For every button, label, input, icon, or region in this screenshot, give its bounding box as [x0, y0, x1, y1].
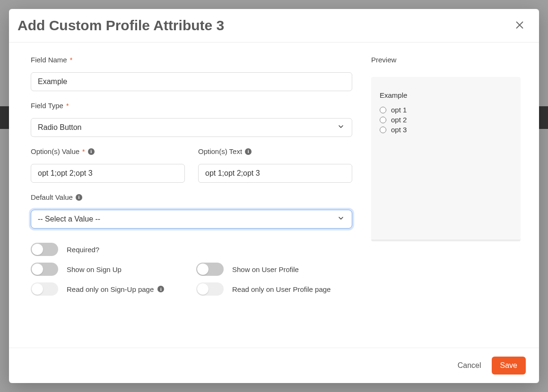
required-toggle[interactable]: [31, 243, 58, 256]
close-icon[interactable]: [514, 20, 526, 31]
show-profile-toggle[interactable]: [196, 263, 224, 276]
field-name-label: Field Name: [31, 56, 67, 64]
required-asterisk: *: [82, 148, 85, 155]
show-signup-toggle[interactable]: [31, 263, 58, 276]
readonly-signup-toggle[interactable]: [31, 282, 58, 296]
preview-radio-option[interactable]: opt 2: [380, 116, 512, 124]
info-icon[interactable]: i: [76, 194, 82, 201]
cancel-button[interactable]: Cancel: [458, 361, 481, 370]
info-icon[interactable]: i: [88, 148, 95, 155]
preview-heading: Preview: [371, 56, 521, 64]
show-signup-label: Show on Sign Up: [67, 265, 122, 273]
field-type-label: Field Type: [31, 102, 63, 110]
default-value-label: Default Value: [31, 193, 73, 201]
preview-field-label: Example: [380, 91, 512, 99]
info-icon[interactable]: i: [245, 148, 252, 155]
field-type-select[interactable]: [31, 118, 352, 137]
readonly-profile-label: Read only on User Profile page: [232, 285, 331, 293]
info-icon[interactable]: i: [157, 286, 164, 292]
add-attribute-modal: Add Custom Profile Attribute 3 Field Nam…: [9, 9, 539, 383]
required-asterisk: *: [66, 102, 69, 110]
preview-panel: Example opt 1 opt 2 opt 3: [371, 77, 521, 241]
options-value-label: Option(s) Value: [31, 147, 79, 155]
save-button[interactable]: Save: [492, 357, 526, 375]
default-value-select[interactable]: [31, 210, 352, 229]
options-text-input[interactable]: [198, 164, 352, 183]
readonly-signup-label: Read only on Sign-Up page: [67, 285, 154, 293]
options-text-label: Option(s) Text: [198, 147, 242, 155]
modal-title: Add Custom Profile Attribute 3: [17, 17, 224, 34]
modal-footer: Cancel Save: [9, 348, 539, 383]
preview-radio-option[interactable]: opt 1: [380, 106, 512, 114]
field-name-input[interactable]: [31, 72, 352, 91]
required-asterisk: *: [70, 56, 72, 64]
required-toggle-label: Required?: [67, 246, 99, 254]
show-profile-label: Show on User Profile: [232, 265, 299, 273]
readonly-profile-toggle[interactable]: [196, 282, 224, 296]
preview-radio-option[interactable]: opt 3: [380, 126, 512, 134]
options-value-input[interactable]: [31, 164, 185, 183]
modal-header: Add Custom Profile Attribute 3: [9, 9, 539, 43]
